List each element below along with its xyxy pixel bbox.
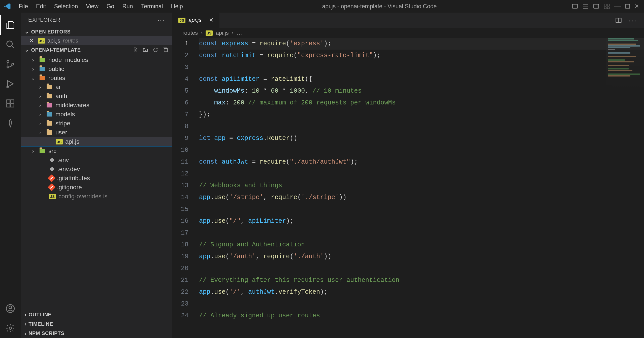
folder-icon <box>46 103 53 107</box>
gear-icon <box>49 157 55 163</box>
more-actions-icon[interactable]: ··· <box>628 16 637 25</box>
folder-icon <box>46 130 53 135</box>
minimap[interactable] <box>606 38 644 93</box>
close-tab-icon[interactable]: ✕ <box>209 17 213 23</box>
menubar: FileEditSelectionViewGoRunTerminalHelp a… <box>0 0 644 13</box>
svg-rect-7 <box>607 4 609 6</box>
open-editor-item[interactable]: ✕ JS api.js routes <box>21 36 172 45</box>
folder-item[interactable]: ›ai <box>21 83 172 92</box>
activity-mongodb-icon[interactable] <box>0 113 21 133</box>
layout-sidebar-right-icon[interactable] <box>593 3 599 9</box>
file-tree: ›node_modules›public⌄routes›ai›auth›midd… <box>21 54 172 310</box>
chevron-right-icon: › <box>25 330 26 336</box>
svg-rect-17 <box>7 100 10 103</box>
timeline-section[interactable]: › TIMELINE <box>21 319 172 329</box>
breadcrumbs[interactable]: routes › JS api.js › … <box>172 28 644 38</box>
chevron-right-icon: › <box>232 30 234 36</box>
breadcrumb-item[interactable]: routes <box>182 30 198 36</box>
folder-icon <box>46 85 53 89</box>
minimize-window-icon[interactable]: — <box>614 3 621 10</box>
folder-item[interactable]: ›src <box>21 146 172 156</box>
folder-item[interactable]: ⌄routes <box>21 73 172 83</box>
gear-icon <box>49 166 55 172</box>
folder-icon <box>39 58 46 62</box>
activity-settings-icon[interactable] <box>0 318 21 338</box>
folder-item[interactable]: ›auth <box>21 92 172 101</box>
tree-item-label: public <box>48 65 64 72</box>
chevron-right-icon: › <box>37 121 43 126</box>
folder-item[interactable]: ›public <box>21 64 172 73</box>
folder-item[interactable]: ›stripe <box>21 119 172 128</box>
split-editor-icon[interactable] <box>615 17 622 24</box>
file-item[interactable]: .gitattributes <box>21 174 172 183</box>
svg-rect-8 <box>604 7 606 9</box>
menu-run[interactable]: Run <box>118 2 137 11</box>
explorer-more-icon[interactable]: ··· <box>157 16 165 24</box>
chevron-right-icon: › <box>30 66 36 72</box>
file-item[interactable]: .env.dev <box>21 165 172 174</box>
tree-item-label: api.js <box>65 138 79 145</box>
menu-go[interactable]: Go <box>103 2 118 11</box>
close-window-icon[interactable]: ✕ <box>634 3 639 10</box>
folder-icon <box>46 112 53 117</box>
file-item[interactable]: .env <box>21 156 172 165</box>
npm-scripts-section[interactable]: › NPM SCRIPTS <box>21 329 172 338</box>
tab-api-js[interactable]: JS api.js ✕ <box>172 13 219 28</box>
tree-item-label: middlewares <box>55 102 89 109</box>
folder-item[interactable]: ›middlewares <box>21 101 172 110</box>
svg-point-23 <box>9 327 12 329</box>
refresh-icon[interactable] <box>153 47 158 53</box>
tree-item-label: models <box>55 111 75 118</box>
chevron-right-icon: › <box>37 93 43 99</box>
menu-selection[interactable]: Selection <box>50 2 82 11</box>
svg-point-13 <box>7 60 9 62</box>
chevron-right-icon: › <box>37 84 43 90</box>
svg-point-22 <box>9 306 12 309</box>
folder-item[interactable]: ›models <box>21 110 172 119</box>
breadcrumb-item[interactable]: … <box>237 30 242 36</box>
tree-item-label: user <box>55 129 67 136</box>
js-file-icon: JS <box>178 18 185 23</box>
folder-item[interactable]: ›user <box>21 128 172 137</box>
maximize-window-icon[interactable] <box>625 4 630 9</box>
svg-rect-6 <box>604 4 606 6</box>
activity-account-icon[interactable] <box>0 299 21 318</box>
activity-run-debug-icon[interactable] <box>0 74 21 94</box>
code-editor[interactable]: 123456789101112131415161718192021222324 … <box>172 38 644 338</box>
close-icon[interactable]: ✕ <box>29 37 34 44</box>
svg-rect-19 <box>11 104 14 107</box>
js-file-icon: JS <box>49 194 56 199</box>
breadcrumb-item[interactable]: api.js <box>216 30 229 36</box>
window-title: api.js - openai-template - Visual Studio… <box>187 3 572 10</box>
chevron-down-icon: ⌄ <box>25 47 29 53</box>
tree-item-label: stripe <box>55 120 70 127</box>
menu-edit[interactable]: Edit <box>32 2 50 11</box>
menu-view[interactable]: View <box>82 2 102 11</box>
file-item[interactable]: JSconfig-overrides is <box>21 192 172 201</box>
activity-search-icon[interactable] <box>0 35 21 54</box>
menu-terminal[interactable]: Terminal <box>137 2 167 11</box>
folder-item[interactable]: ›node_modules <box>21 55 172 64</box>
menu-help[interactable]: Help <box>167 2 187 11</box>
activity-explorer-icon[interactable] <box>0 15 21 35</box>
collapse-all-icon[interactable] <box>163 47 168 53</box>
folder-icon <box>46 121 53 126</box>
new-file-icon[interactable] <box>133 47 138 53</box>
customize-layout-icon[interactable] <box>604 3 610 9</box>
activity-extensions-icon[interactable] <box>0 94 21 113</box>
file-item[interactable]: .gitignore <box>21 183 172 192</box>
svg-rect-2 <box>583 4 588 8</box>
project-header[interactable]: ⌄ OPENAI-TEMPLATE <box>21 45 172 54</box>
outline-section[interactable]: › OUTLINE <box>21 310 172 319</box>
folder-icon <box>46 94 53 98</box>
open-editors-header[interactable]: ⌄ OPEN EDITORS <box>21 27 172 36</box>
file-item[interactable]: JSapi.js <box>21 137 172 146</box>
svg-rect-20 <box>11 100 14 103</box>
layout-panel-bottom-icon[interactable] <box>583 3 589 9</box>
svg-rect-9 <box>607 7 609 9</box>
menu-file[interactable]: File <box>15 2 32 11</box>
layout-sidebar-left-icon[interactable] <box>572 3 578 9</box>
activity-source-control-icon[interactable] <box>0 54 21 74</box>
git-file-icon <box>48 174 55 182</box>
new-folder-icon[interactable] <box>143 47 148 53</box>
